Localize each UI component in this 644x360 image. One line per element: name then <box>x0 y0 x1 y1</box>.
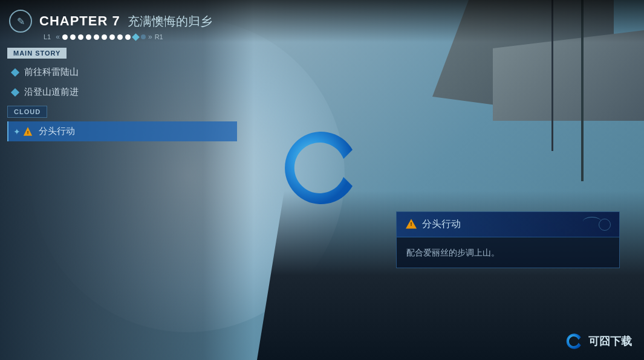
objective-item-2: 沿登山道前进 <box>7 82 237 102</box>
quest-detail-arc <box>583 217 601 226</box>
progress-dot-7 <box>109 34 115 40</box>
progress-dot-9 <box>125 34 131 40</box>
objective-item-3: ✦ ! 分头行动 <box>7 121 237 141</box>
active-icon-group: ✦ ! <box>13 127 33 137</box>
objectives-panel: MAIN STORY 前往科雷陆山 沿登山道前进 CLOUD ✦ ! 分头行动 <box>7 47 237 141</box>
objective-diamond-1 <box>11 68 19 76</box>
chapter-subtitle: 充满懊悔的归乡 <box>128 13 212 30</box>
watermark-text: 可囧下载 <box>588 334 632 349</box>
main-story-badge: MAIN STORY <box>7 48 67 59</box>
objective-text-3: 分头行动 <box>39 126 75 137</box>
chapter-title-row: CHAPTER 7 充满懊悔的归乡 <box>39 13 212 30</box>
progress-diamond <box>132 33 140 41</box>
quest-detail-box: ! 分头行动 配合爱丽丝的步调上山。 <box>396 211 620 268</box>
progress-dot-5 <box>94 34 99 40</box>
objective-text-1: 前往科雷陆山 <box>24 66 79 78</box>
watermark-logo <box>565 332 585 351</box>
watermark: 可囧下载 <box>565 332 632 351</box>
quest-warning-icon: ! <box>405 219 417 231</box>
progress-dot-4 <box>86 34 91 40</box>
quest-detail-body: 配合爱丽丝的步调上山。 <box>397 237 619 268</box>
objective-item-1: 前往科雷陆山 <box>7 62 237 82</box>
r1-label: R1 <box>155 33 163 40</box>
crosshair-icon: ✦ <box>13 127 21 137</box>
chapter-info: CHAPTER 7 充满懊悔的归乡 <box>39 13 212 30</box>
quest-warning-exclamation: ! <box>411 221 412 227</box>
objective-diamond-2 <box>11 88 19 96</box>
progress-dot-8 <box>117 34 123 40</box>
chapter-number: CHAPTER 7 <box>39 13 120 29</box>
progress-dot-1 <box>62 34 68 40</box>
progress-bar: L1 « » R1 <box>44 33 166 41</box>
journal-icon: ✎ <box>9 10 32 33</box>
quest-detail-description: 配合爱丽丝的步调上山。 <box>406 248 499 257</box>
c-logo-svg <box>274 120 371 216</box>
cloud-badge: CLOUD <box>7 106 47 118</box>
progress-left-arrow: « <box>56 33 60 41</box>
progress-dot-6 <box>102 34 107 40</box>
warning-exclamation: ! <box>27 130 29 135</box>
progress-dot-2 <box>70 34 76 40</box>
quest-detail-title: 分头行动 <box>422 218 461 231</box>
l1-label: L1 <box>44 33 51 40</box>
progress-dot-11 <box>141 34 146 39</box>
progress-dot-3 <box>78 34 83 40</box>
objective-text-2: 沿登山道前进 <box>24 86 79 98</box>
progress-right-arrow: » <box>148 33 152 41</box>
center-logo <box>274 120 371 216</box>
